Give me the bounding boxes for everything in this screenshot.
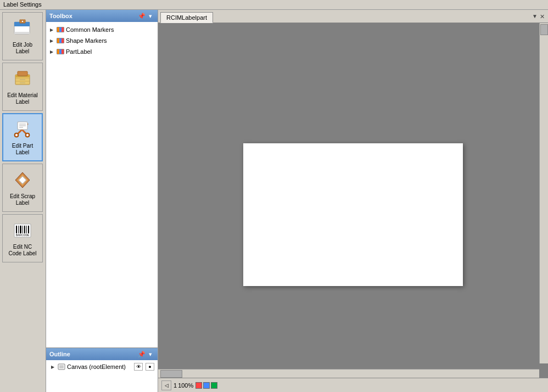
middle-panel: Toolbox 📌 ▾ ▶ Common Markers xyxy=(46,10,158,392)
edit-scrap-label-button[interactable]: Edit ScrapLabel xyxy=(2,164,43,212)
shape-markers-arrow: ▶ xyxy=(48,37,55,44)
svg-rect-25 xyxy=(16,226,17,233)
color-indicator-3 xyxy=(211,382,217,389)
page-number: 1 xyxy=(174,382,177,389)
toolbox-panel: Toolbox 📌 ▾ ▶ Common Markers xyxy=(46,10,158,348)
shape-markers-icon xyxy=(56,37,65,44)
toolbox-pin-button[interactable]: 📌 xyxy=(138,12,146,20)
shape-markers-label: Shape Markers xyxy=(66,37,107,44)
canvas-area[interactable] xyxy=(158,23,548,378)
svg-point-4 xyxy=(21,20,24,23)
svg-rect-29 xyxy=(24,226,25,233)
edit-job-label-text: Edit JobLabel xyxy=(13,42,32,55)
main-area: RCIMLabelpart ▼ ✕ ◁ xyxy=(158,10,548,392)
common-markers-icon xyxy=(56,26,65,33)
edit-part-label-text: Edit PartLabel xyxy=(12,143,33,156)
svg-rect-31 xyxy=(28,226,29,233)
outline-title: Outline xyxy=(49,351,70,357)
main-layout: Edit JobLabel Edit MaterialLabel xyxy=(0,10,548,392)
svg-rect-30 xyxy=(26,226,27,233)
tab-label: RCIMLabelpart xyxy=(166,14,207,21)
color-indicator-1 xyxy=(195,382,202,389)
part-label-icon xyxy=(12,119,33,141)
nc-code-label-icon: BARCODE xyxy=(12,220,33,242)
canvas-item-label: Canvas (rootElement) xyxy=(67,363,126,370)
tab-close-button[interactable]: ✕ xyxy=(540,13,545,20)
outline-pin-button[interactable]: 📌 xyxy=(138,350,146,358)
toolbox-header-left: Toolbox xyxy=(49,13,72,19)
prev-page-button[interactable]: ◁ xyxy=(161,380,171,390)
svg-rect-9 xyxy=(18,71,27,76)
edit-part-label-button[interactable]: Edit PartLabel xyxy=(2,113,43,161)
outline-header-left: Outline xyxy=(49,351,70,357)
toolbox-tree: ▶ Common Markers ▶ Shape Markers ▶ xyxy=(46,22,158,348)
toolbox-collapse-button[interactable]: ▾ xyxy=(147,12,154,20)
edit-job-label-button[interactable]: Edit JobLabel xyxy=(2,12,43,60)
edit-scrap-label-text: Edit ScrapLabel xyxy=(10,193,35,206)
tab-float-button[interactable]: ▼ xyxy=(532,13,538,20)
toolbox-title: Toolbox xyxy=(49,13,72,19)
tree-item-part-label[interactable]: ▶ PartLabel xyxy=(46,46,158,57)
svg-text:BARCODE: BARCODE xyxy=(16,233,30,237)
zoom-value: 100% xyxy=(178,382,193,389)
color-indicators xyxy=(195,382,217,389)
part-label-tree-icon xyxy=(56,48,65,55)
edit-nc-code-label-button[interactable]: BARCODE Edit NCCode Label xyxy=(2,214,43,262)
edit-material-label-button[interactable]: Edit MaterialLabel xyxy=(2,63,43,111)
canvas-paper xyxy=(243,143,463,286)
outline-header: Outline 📌 ▾ xyxy=(46,348,158,360)
prev-icon: ◁ xyxy=(165,383,169,388)
svg-rect-26 xyxy=(18,226,19,233)
outline-collapse-button[interactable]: ▾ xyxy=(147,350,154,358)
canvas-item-arrow: ▶ xyxy=(49,363,56,370)
scrap-label-icon xyxy=(12,169,33,191)
edit-material-label-text: Edit MaterialLabel xyxy=(7,92,38,105)
svg-point-15 xyxy=(15,134,18,136)
zoom-display: 1 100% xyxy=(174,382,193,389)
tab-bar: RCIMLabelpart ▼ ✕ xyxy=(158,10,548,23)
rcim-label-part-tab[interactable]: RCIMLabelpart xyxy=(160,12,213,23)
canvas-scrollbar-horizontal[interactable] xyxy=(158,369,539,378)
toolbox-controls: 📌 ▾ xyxy=(138,12,154,20)
svg-rect-34 xyxy=(59,365,64,368)
tree-item-shape-markers[interactable]: ▶ Shape Markers xyxy=(46,35,158,46)
edit-nc-code-label-text: Edit NCCode Label xyxy=(8,244,36,257)
part-label-label: PartLabel xyxy=(66,48,92,55)
svg-point-16 xyxy=(26,134,29,136)
tree-item-common-markers[interactable]: ▶ Common Markers xyxy=(46,24,158,35)
svg-rect-27 xyxy=(20,226,21,233)
toolbox-header: Toolbox 📌 ▾ xyxy=(46,10,158,22)
outline-canvas-item[interactable]: ▶ Canvas (rootElement) 👁 ● xyxy=(48,361,155,372)
material-label-icon xyxy=(12,68,33,90)
canvas-dot-button[interactable]: ● xyxy=(146,363,154,371)
svg-rect-28 xyxy=(23,226,23,233)
canvas-eye-button[interactable]: 👁 xyxy=(134,363,143,371)
common-markers-arrow: ▶ xyxy=(48,26,55,33)
part-label-arrow: ▶ xyxy=(48,48,55,55)
menu-bar: Label Settings xyxy=(0,0,548,10)
job-label-icon xyxy=(12,18,33,40)
status-bar: ◁ 1 100% xyxy=(158,378,548,392)
svg-rect-3 xyxy=(14,32,30,34)
outline-controls: 📌 ▾ xyxy=(138,350,154,358)
menu-bar-title: Label Settings xyxy=(3,1,42,8)
common-markers-label: Common Markers xyxy=(66,26,114,33)
left-sidebar: Edit JobLabel Edit MaterialLabel xyxy=(0,10,46,392)
outline-panel: Outline 📌 ▾ ▶ Canvas (rootEleme xyxy=(46,348,158,392)
outline-tree: ▶ Canvas (rootElement) 👁 ● xyxy=(46,360,158,392)
tab-controls: ▼ ✕ xyxy=(532,13,545,20)
color-indicator-2 xyxy=(203,382,210,389)
canvas-scrollbar-vertical[interactable] xyxy=(539,23,548,363)
canvas-item-icon xyxy=(57,363,66,371)
